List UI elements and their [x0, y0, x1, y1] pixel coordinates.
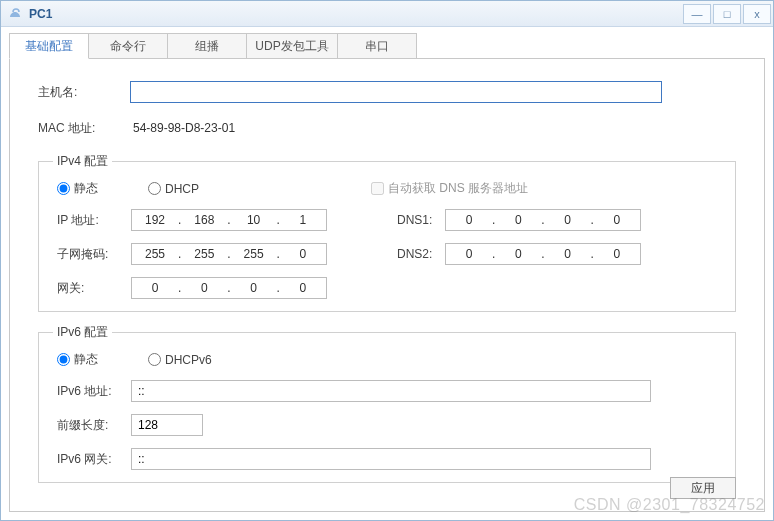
tab-command-line[interactable]: 命令行: [88, 33, 168, 59]
dns1-input[interactable]: 0. 0. 0. 0: [445, 209, 641, 231]
hostname-label: 主机名:: [38, 84, 130, 101]
ipv4-ip-row: IP 地址: 192. 168. 10. 1 DNS1: 0. 0. 0. 0: [53, 209, 721, 231]
ipv4-static-label: 静态: [74, 180, 98, 197]
minimize-button[interactable]: —: [683, 4, 711, 24]
ipv4-legend: IPv4 配置: [53, 153, 112, 170]
ip-label: IP 地址:: [53, 212, 131, 229]
window-controls: — □ x: [683, 4, 773, 24]
ip-input[interactable]: 192. 168. 10. 1: [131, 209, 327, 231]
dns1-label: DNS1:: [397, 213, 445, 227]
content-area: 基础配置 命令行 组播 UDP发包工具 串口 主机名: MAC 地址: 54-8…: [1, 27, 773, 520]
close-button[interactable]: x: [743, 4, 771, 24]
tab-multicast[interactable]: 组播: [167, 33, 247, 59]
ipv6-addr-label: IPv6 地址:: [53, 383, 131, 400]
mac-row: MAC 地址: 54-89-98-D8-23-01: [38, 117, 736, 139]
ipv6-prefix-row: 前缀长度:: [53, 414, 721, 436]
ipv6-addr-input[interactable]: [131, 380, 651, 402]
tab-bar: 基础配置 命令行 组播 UDP发包工具 串口: [9, 33, 765, 59]
gw-label: 网关:: [53, 280, 131, 297]
ipv6-dhcpv6-label: DHCPv6: [165, 353, 212, 367]
ipv4-group: IPv4 配置 静态 DHCP 自动获取 DNS 服务器地址 IP 地址:: [38, 153, 736, 312]
ipv6-group: IPv6 配置 静态 DHCPv6 IPv6 地址: 前缀长度:: [38, 324, 736, 483]
ipv6-legend: IPv6 配置: [53, 324, 112, 341]
mac-value: 54-89-98-D8-23-01: [130, 117, 662, 139]
ipv6-prefix-label: 前缀长度:: [53, 417, 131, 434]
ipv6-gw-label: IPv6 网关:: [53, 451, 131, 468]
maximize-button[interactable]: □: [713, 4, 741, 24]
ipv6-prefix-input[interactable]: [131, 414, 203, 436]
auto-dns-checkbox[interactable]: 自动获取 DNS 服务器地址: [371, 180, 528, 197]
ipv4-mode-row: 静态 DHCP 自动获取 DNS 服务器地址: [53, 180, 721, 197]
ipv6-dhcpv6-radio[interactable]: DHCPv6: [148, 353, 212, 367]
dns2-label: DNS2:: [397, 247, 445, 261]
apply-button[interactable]: 应用: [670, 477, 736, 499]
app-icon: [7, 6, 23, 22]
auto-dns-label: 自动获取 DNS 服务器地址: [388, 180, 528, 197]
ipv6-static-radio[interactable]: 静态: [57, 351, 98, 368]
ipv4-dhcp-radio[interactable]: DHCP: [148, 182, 199, 196]
mac-label: MAC 地址:: [38, 120, 130, 137]
ipv6-static-label: 静态: [74, 351, 98, 368]
ipv6-mode-row: 静态 DHCPv6: [53, 351, 721, 368]
ipv4-static-radio[interactable]: 静态: [57, 180, 98, 197]
ipv4-mask-row: 子网掩码: 255. 255. 255. 0 DNS2: 0. 0. 0. 0: [53, 243, 721, 265]
mask-label: 子网掩码:: [53, 246, 131, 263]
gw-input[interactable]: 0. 0. 0. 0: [131, 277, 327, 299]
ipv6-gw-input[interactable]: [131, 448, 651, 470]
title-bar: PC1 — □ x: [1, 1, 773, 27]
hostname-row: 主机名:: [38, 81, 736, 103]
dns2-input[interactable]: 0. 0. 0. 0: [445, 243, 641, 265]
tab-udp-tool[interactable]: UDP发包工具: [246, 33, 338, 59]
tab-basic-config[interactable]: 基础配置: [9, 33, 89, 59]
window-frame: PC1 — □ x 基础配置 命令行 组播 UDP发包工具 串口 主机名: MA…: [0, 0, 774, 521]
hostname-input[interactable]: [130, 81, 662, 103]
mask-input[interactable]: 255. 255. 255. 0: [131, 243, 327, 265]
tab-serial[interactable]: 串口: [337, 33, 417, 59]
ipv6-gw-row: IPv6 网关:: [53, 448, 721, 470]
ipv4-gw-row: 网关: 0. 0. 0. 0: [53, 277, 721, 299]
window-title: PC1: [29, 7, 52, 21]
ipv6-addr-row: IPv6 地址:: [53, 380, 721, 402]
ipv4-dhcp-label: DHCP: [165, 182, 199, 196]
tab-body: 主机名: MAC 地址: 54-89-98-D8-23-01 IPv4 配置 静…: [9, 58, 765, 512]
